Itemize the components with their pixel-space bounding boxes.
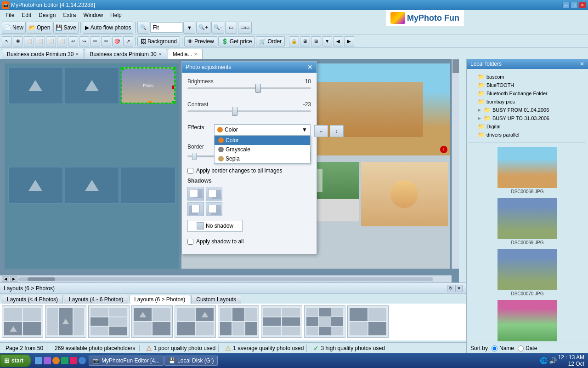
ph1[interactable] — [8, 67, 63, 104]
tool12[interactable]: ↗ — [123, 36, 133, 46]
ql-icon1[interactable] — [35, 357, 42, 364]
layout-thumb-8[interactable] — [304, 305, 345, 338]
layout-thumb-3[interactable] — [88, 305, 130, 338]
tool3[interactable]: ⬜ — [24, 36, 34, 46]
zoom-input[interactable] — [150, 23, 182, 33]
tool1[interactable]: ↖ — [2, 36, 12, 46]
zoom-dropdown[interactable]: ▼ — [183, 22, 195, 34]
handle-tr[interactable] — [172, 67, 175, 70]
ql-icon4[interactable] — [61, 357, 68, 364]
layout-thumb-9[interactable] — [347, 305, 389, 338]
layout-thumb-4[interactable] — [131, 305, 173, 338]
tool5[interactable]: ⬜ — [46, 36, 56, 46]
tool8[interactable]: ↪ — [79, 36, 89, 46]
shadow-btn-2[interactable] — [206, 187, 222, 201]
menu-window[interactable]: Window — [79, 11, 107, 19]
shadow-btn-1[interactable] — [187, 187, 204, 201]
folder-bt-exchange[interactable]: 📁 Bluetooth Exchange Folder — [478, 89, 584, 98]
flip-h-button[interactable]: ↔ — [314, 125, 328, 137]
background-button[interactable]: 🖼 Background — [137, 36, 180, 46]
tool-arrow2[interactable]: ▶ — [344, 36, 354, 46]
shadow-btn-3[interactable] — [187, 202, 204, 216]
layout-tab-1[interactable]: Layouts (4 - 6 Photos) — [64, 295, 128, 304]
contrast-thumb[interactable] — [232, 107, 237, 116]
taskbar-app2[interactable]: 💾 Local Disk (G:) — [164, 356, 218, 366]
next-arrow[interactable]: ▶ — [10, 276, 17, 282]
sort-name-radio[interactable] — [492, 345, 498, 351]
hamster-photo[interactable] — [361, 162, 448, 226]
autoflow-button[interactable]: ▶ Auto flow photos — [83, 22, 134, 34]
border-thumb[interactable] — [192, 153, 197, 160]
taskbar-app1[interactable]: 📷 MyPhotoFun Editor [4... — [89, 356, 164, 366]
handle-bm[interactable] — [148, 101, 152, 104]
folder-bascom[interactable]: 📁 bascom — [478, 73, 584, 81]
folder-bombay[interactable]: 📁 bombay pics — [478, 98, 584, 106]
thumb-dsc71[interactable]: DSC00071.JPG — [470, 300, 584, 343]
handle-mr[interactable] — [172, 86, 175, 89]
local-folders-close[interactable]: ✕ — [580, 61, 584, 67]
ph4[interactable] — [8, 167, 63, 204]
ql-icon2[interactable] — [44, 357, 51, 364]
tool9[interactable]: ✂ — [90, 36, 100, 46]
ph3-photo[interactable]: Photo — [121, 67, 175, 104]
menu-file[interactable]: File — [2, 11, 18, 19]
tool10[interactable]: ✂ — [101, 36, 111, 46]
handle-br[interactable] — [172, 101, 175, 104]
apply-shadow-checkbox[interactable] — [187, 239, 193, 245]
layout-thumb-5[interactable] — [175, 305, 216, 338]
close-button[interactable]: ✕ — [579, 2, 586, 8]
tab-2-close[interactable]: ✕ — [194, 52, 198, 57]
folder-digital[interactable]: 📁 Digital — [478, 122, 584, 131]
tool-arrow1[interactable]: ◀ — [333, 36, 343, 46]
thumb-dsc70[interactable]: DSC00070.JPG — [470, 249, 584, 296]
vscrollbar[interactable] — [452, 59, 459, 269]
effect-grayscale[interactable]: Grayscale — [215, 145, 310, 154]
preview-button[interactable]: 👁 Preview — [184, 36, 217, 46]
maximize-button[interactable]: □ — [571, 2, 578, 8]
tab-1-close[interactable]: ✕ — [158, 52, 162, 57]
ph5[interactable] — [65, 167, 119, 204]
effect-color[interactable]: Color — [215, 136, 310, 145]
layout-thumb-7[interactable] — [261, 305, 302, 338]
start-button[interactable]: ⊞ start — [0, 354, 31, 367]
tab-2[interactable]: Media... ✕ — [168, 49, 203, 59]
brightness-thumb[interactable] — [255, 84, 261, 93]
tab-0[interactable]: Business cards Primium 30 ✕ — [2, 49, 84, 59]
sort-name-option[interactable]: Name — [492, 345, 514, 351]
dialog-close-button[interactable]: ✕ — [307, 63, 313, 71]
folder-drivers[interactable]: 📁 drivers parallel — [478, 131, 584, 139]
tool6[interactable]: ⬜ — [57, 36, 67, 46]
tool-lock[interactable]: 🔒 — [289, 36, 299, 46]
get-price-button[interactable]: 💲 Get price — [218, 36, 255, 46]
effects-select-trigger[interactable]: Color ▼ — [214, 124, 311, 135]
ql-icon5[interactable] — [70, 357, 77, 364]
effect-sepia[interactable]: Sepia — [215, 154, 310, 163]
menu-design[interactable]: Design — [35, 11, 59, 19]
menu-extra[interactable]: Extra — [59, 11, 79, 19]
save-button[interactable]: 💾 Save — [53, 22, 78, 34]
zoom-icon-btn[interactable]: 🔍 — [137, 22, 149, 34]
sort-date-option[interactable]: Date — [518, 345, 537, 351]
prev-arrow[interactable]: ◀ — [2, 276, 9, 282]
shadow-btn-4[interactable] — [206, 202, 222, 216]
vscrollbar-thumb[interactable] — [452, 59, 459, 73]
layout-thumb-1[interactable] — [2, 305, 43, 338]
folder-bluetooth[interactable]: 📁 BlueTOOTH — [478, 81, 584, 89]
layouts-close[interactable]: ✕ — [455, 285, 463, 292]
folder-busy-from[interactable]: ▶ 📁 BUSY FROM 01.04.2006 — [478, 106, 584, 114]
zoom-out-button[interactable]: 🔍- — [211, 22, 224, 34]
ph2[interactable] — [65, 67, 119, 104]
tool-dd1[interactable]: ▼ — [322, 36, 332, 46]
layout-tab-3[interactable]: Custom Layouts — [191, 295, 241, 304]
tool2[interactable]: ✚ — [13, 36, 23, 46]
open-button[interactable]: 📂 Open — [27, 22, 52, 34]
flip-v-button[interactable]: ↕ — [330, 125, 344, 137]
layout-thumb-2[interactable] — [45, 305, 86, 338]
tool7[interactable]: ↩ — [68, 36, 78, 46]
layout-tab-0[interactable]: Layouts (< 4 Photos) — [2, 295, 63, 304]
no-shadow-button[interactable]: No shadow — [187, 220, 243, 232]
folder-busy-to[interactable]: ▶ 📁 BUSY UP TO 31.03.2006 — [478, 114, 584, 122]
ql-icon3[interactable] — [52, 357, 60, 364]
thumb-dsc69[interactable]: DSC00069.JPG — [470, 198, 584, 245]
ql-icon6[interactable] — [79, 357, 86, 364]
